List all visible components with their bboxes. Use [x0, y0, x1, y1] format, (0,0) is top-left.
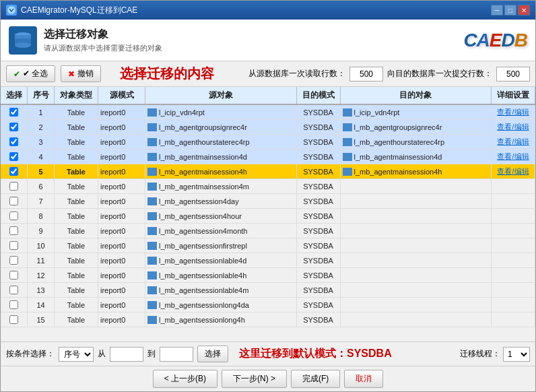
row-dst-schema: SYSDBA	[297, 209, 341, 223]
row-src-schema: ireport0	[98, 283, 145, 297]
row-dst-schema: SYSDBA	[297, 238, 341, 253]
row-id: 9	[28, 224, 55, 238]
header-title: 选择迁移对象	[44, 28, 457, 42]
row-dst-schema: SYSDBA	[297, 268, 341, 282]
col-header-detail: 详细设置	[492, 87, 535, 104]
row-checkbox-cell	[1, 238, 28, 253]
select-btn-label: 选择	[205, 348, 221, 360]
row-type: Table	[55, 298, 98, 312]
maximize-button[interactable]: □	[504, 5, 516, 15]
table-row: 2Tableireport0l_mb_agentgroupsignrec4rSY…	[1, 120, 535, 135]
row-detail[interactable]: 查看/编辑	[492, 105, 535, 119]
row-id: 10	[28, 238, 55, 253]
row-checkbox[interactable]	[9, 256, 18, 265]
row-detail[interactable]: 查看/编辑	[492, 164, 535, 178]
row-detail	[492, 209, 535, 223]
cross-icon: ✖	[68, 69, 75, 79]
table-row: 9Tableireport0l_mb_agentsession4monthSYS…	[1, 224, 535, 238]
table-icon	[147, 108, 157, 117]
close-button[interactable]: ✕	[518, 5, 530, 15]
select-all-label: ✔ 全选	[23, 68, 48, 79]
row-checkbox[interactable]	[9, 286, 18, 294]
row-src-obj: l_mb_agentsessionlable4h	[145, 268, 297, 282]
prev-button[interactable]: < 上一步(B)	[153, 370, 217, 388]
row-detail	[492, 313, 535, 327]
row-src-obj: l_mb_agentsessionlable4d	[145, 253, 297, 267]
row-checkbox[interactable]	[9, 211, 18, 220]
row-src-schema: ireport0	[98, 209, 145, 223]
row-dst-obj	[341, 283, 492, 297]
table-icon	[147, 138, 157, 146]
row-checkbox[interactable]	[9, 315, 18, 324]
row-checkbox-cell	[1, 298, 28, 312]
toolbar: ✔ ✔ 全选 ✖ 撤销 选择迁移的内容 从源数据库一次读取行数： 向目的数据库一…	[1, 61, 535, 87]
table-row: 8Tableireport0l_mb_agentsession4hourSYSD…	[1, 209, 535, 224]
header-icon	[9, 26, 37, 55]
batch-input2[interactable]	[496, 67, 530, 81]
row-checkbox[interactable]	[9, 152, 18, 161]
minimize-button[interactable]: ─	[491, 5, 503, 15]
main-annotation: 选择迁移的内容	[120, 65, 214, 83]
row-checkbox[interactable]	[9, 300, 18, 309]
table-icon	[147, 123, 157, 131]
bottom-annotation: 这里迁移到默认模式：SYSDBA	[239, 347, 392, 361]
cancel-button[interactable]: ✖ 撤销	[61, 65, 101, 82]
row-dst-schema: SYSDBA	[297, 253, 341, 267]
table-row: 3Tableireport0l_mb_agenthourstaterec4rpS…	[1, 135, 535, 150]
table-row: 11Tableireport0l_mb_agentsessionlable4dS…	[1, 253, 535, 268]
row-src-schema: ireport0	[98, 135, 145, 149]
row-checkbox[interactable]	[9, 167, 18, 176]
row-src-schema: ireport0	[98, 253, 145, 267]
row-checkbox[interactable]	[9, 241, 18, 250]
next-button[interactable]: 下一步(N) >	[222, 370, 287, 388]
table-icon	[147, 242, 157, 250]
row-detail[interactable]: 查看/编辑	[492, 135, 535, 149]
row-detail[interactable]: 查看/编辑	[492, 150, 535, 164]
row-checkbox[interactable]	[9, 137, 18, 146]
row-detail[interactable]: 查看/编辑	[492, 120, 535, 134]
row-checkbox-cell	[1, 194, 28, 208]
row-dst-obj: l_mb_agentgroupsignrec4r	[341, 120, 492, 134]
row-dst-schema: SYSDBA	[297, 224, 341, 238]
logo-text: CAEDB	[463, 30, 527, 51]
to-input[interactable]	[160, 347, 193, 362]
row-dst-obj	[341, 179, 492, 193]
row-dst-obj	[341, 313, 492, 327]
row-checkbox[interactable]	[9, 123, 18, 131]
row-dst-obj: l_mb_agentmainsession4h	[341, 164, 492, 178]
batch-input1[interactable]	[349, 67, 383, 81]
row-src-schema: ireport0	[98, 268, 145, 282]
nav-cancel-button[interactable]: 取消	[344, 370, 383, 388]
row-id: 2	[28, 120, 55, 134]
condition-select[interactable]: 序号	[59, 347, 94, 362]
row-type: Table	[55, 179, 98, 193]
finish-button[interactable]: 完成(F)	[291, 370, 340, 388]
thread-label: 迁移线程：	[460, 348, 500, 360]
row-detail	[492, 238, 535, 253]
col-header-type: 对象类型	[55, 87, 98, 104]
table-header: 选择 序号 对象类型 源模式 源对象 目的模式 目的对象 详细设置	[1, 87, 535, 105]
row-src-obj: l_mb_agentmainsession4d	[145, 150, 297, 164]
row-src-schema: ireport0	[98, 238, 145, 253]
from-input[interactable]	[110, 347, 143, 362]
row-checkbox[interactable]	[9, 271, 18, 280]
select-btn[interactable]: 选择	[197, 346, 228, 362]
row-checkbox[interactable]	[9, 182, 18, 191]
row-dst-schema: SYSDBA	[297, 120, 341, 134]
row-dst-obj: l_mb_agenthourstaterec4rp	[341, 135, 492, 149]
row-checkbox-cell	[1, 120, 28, 134]
table-row: 15Tableireport0l_mb_agentsessionlong4hSY…	[1, 313, 535, 327]
row-checkbox[interactable]	[9, 197, 18, 205]
table-row: 7Tableireport0l_mb_agentsession4daySYSDB…	[1, 194, 535, 209]
row-checkbox-cell	[1, 164, 28, 178]
col-header-src-schema: 源模式	[98, 87, 145, 104]
bottom-label: 按条件选择：	[6, 348, 55, 360]
checkmark-icon: ✔	[13, 69, 20, 79]
main-window: CAEMigrator-MySQL迁移到CAE ─ □ ✕ 选择迁移对象 请从源…	[0, 0, 536, 392]
row-checkbox[interactable]	[9, 108, 18, 117]
thread-select[interactable]: 1 2 4	[503, 347, 530, 362]
row-checkbox-cell	[1, 135, 28, 149]
row-checkbox[interactable]	[9, 226, 18, 235]
to-label: 到	[147, 348, 156, 360]
select-all-button[interactable]: ✔ ✔ 全选	[6, 65, 55, 82]
